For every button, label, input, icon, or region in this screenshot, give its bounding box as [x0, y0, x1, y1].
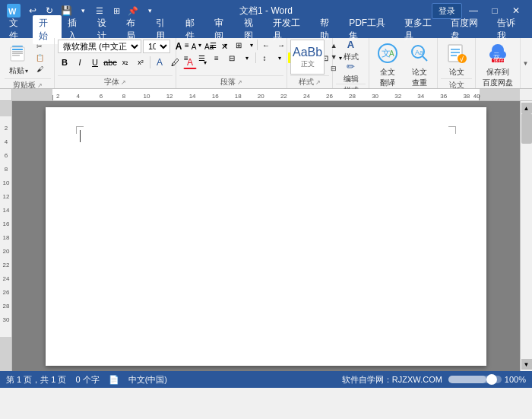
menu-bar: 文件 开始 插入 设计 布局 引用 邮件 审阅 视图 开发工具 帮助 PDF工具…: [0, 21, 532, 38]
superscript-button[interactable]: x²: [134, 56, 147, 69]
paragraph-group-label: 段落 ↗: [179, 75, 283, 88]
styles-expand-icon[interactable]: ↗: [315, 79, 321, 86]
search-label: 论文查重: [412, 67, 427, 88]
font-name-select[interactable]: 微软雅黑 (中文正文): [58, 40, 141, 53]
save-group-content: 云 保存 保存到百度网盘: [479, 40, 517, 88]
scroll-up-button[interactable]: ▲: [521, 103, 532, 113]
paste-button[interactable]: 粘贴▾: [5, 40, 32, 78]
ruler-end: [520, 89, 532, 100]
thesis-button[interactable]: √ 论文: [441, 40, 472, 78]
svg-text:2: 2: [56, 93, 60, 100]
bullets-button[interactable]: ≡: [179, 40, 195, 50]
horizontal-ruler: 2 4 6 8 10 12 14 16 18 20 22 24 26 28 30…: [12, 89, 520, 100]
decrease-indent-button[interactable]: ←: [259, 40, 273, 50]
svg-text:6: 6: [5, 152, 8, 159]
edit-button[interactable]: ✏ 编辑: [335, 62, 367, 83]
svg-text:4: 4: [5, 138, 8, 145]
clipboard-expand-icon[interactable]: ↗: [37, 82, 43, 89]
svg-rect-52: [0, 337, 12, 371]
subscript-button[interactable]: x₂: [119, 56, 132, 69]
baidu-save-label: 保存到百度网盘: [483, 67, 513, 88]
scroll-down-button[interactable]: ▼: [521, 359, 532, 370]
line-spacing-button[interactable]: ↕: [258, 52, 271, 63]
search-button[interactable]: Aa 论文查重: [404, 40, 434, 88]
svg-rect-51: [0, 101, 12, 116]
zoom-track: [448, 376, 486, 383]
styles-icon: A: [347, 39, 354, 50]
window-title: 文档1 - Word: [239, 5, 293, 17]
margin-corner-tr: [448, 126, 456, 134]
editing-group: A 样式 ✏ 编辑 样式: [333, 38, 369, 88]
thesis-group: √ 论文 论文: [438, 38, 476, 88]
styles-selector[interactable]: AaBb 正文: [290, 40, 325, 75]
svg-text:26: 26: [3, 289, 10, 296]
svg-text:24: 24: [3, 275, 10, 282]
multilevel-button[interactable]: ⊞: [231, 40, 246, 50]
strikethrough-button[interactable]: abc: [103, 56, 117, 69]
status-right: 软件自学网：RJZXW.COM 100%: [342, 374, 526, 386]
align-dropdown[interactable]: ▾: [240, 52, 254, 63]
numbering-dropdown[interactable]: ▾: [222, 40, 230, 50]
cut-button[interactable]: ✂: [33, 41, 46, 52]
clipboard-group: 粘贴▾ ✂ 📋 🖌 剪贴板 ↗: [2, 38, 55, 88]
edit-icon: ✏: [347, 61, 355, 72]
svg-text:22: 22: [280, 93, 287, 100]
paste-icon: [6, 41, 30, 65]
justify-button[interactable]: ⊟: [225, 52, 239, 63]
copy-button[interactable]: 📋: [33, 52, 46, 63]
svg-text:26: 26: [326, 93, 333, 100]
zoom-percent: 100%: [505, 375, 526, 384]
svg-text:12: 12: [3, 193, 10, 200]
svg-text:A: A: [389, 49, 394, 58]
vertical-ruler: 2 4 6 8 10 12 14 16 18 20 22 24 26 28 30: [0, 101, 12, 371]
bold-button[interactable]: B: [58, 56, 71, 69]
vertical-scrollbar[interactable]: ▲ ▼: [520, 101, 532, 371]
font-expand-icon[interactable]: ↗: [121, 79, 126, 86]
font-group-label: 字体 ↗: [58, 75, 173, 88]
paragraph-expand-icon[interactable]: ↗: [237, 79, 242, 86]
format-painter-button[interactable]: 🖌: [33, 64, 46, 75]
text-cursor[interactable]: [80, 130, 81, 142]
svg-text:20: 20: [3, 248, 10, 255]
svg-text:30: 30: [372, 93, 378, 100]
paragraph-group: ≡ ▾ ☰ ▾ ⊞ ▾ ← → ↕A ¶ ≡ ☰ ≡ ⊟: [176, 38, 287, 88]
ribbon-scroll-area: ▼: [520, 38, 530, 88]
bullets-dropdown[interactable]: ▾: [196, 40, 204, 50]
svg-rect-4: [12, 49, 23, 50]
full-translate-button[interactable]: 文 A 全文翻译: [372, 40, 402, 88]
svg-text:18: 18: [3, 234, 10, 241]
styles-normal-label: 正文: [301, 59, 315, 69]
zoom-handle[interactable]: [486, 374, 497, 385]
save-group: 云 保存 保存到百度网盘 保存: [476, 38, 520, 88]
numbering-button[interactable]: ☰: [205, 40, 220, 50]
svg-text:8: 8: [122, 93, 126, 100]
font-separator: [150, 56, 150, 68]
svg-text:√: √: [460, 56, 464, 63]
svg-text:40: 40: [473, 93, 480, 100]
scroll-thumb[interactable]: [521, 113, 532, 144]
multilevel-dropdown[interactable]: ▾: [248, 40, 255, 50]
increase-indent-button[interactable]: →: [274, 40, 288, 50]
font-size-select[interactable]: 10: [143, 40, 170, 53]
align-center-button[interactable]: ☰: [195, 52, 208, 63]
zoom-slider[interactable]: [448, 376, 502, 383]
underline-button[interactable]: U: [88, 56, 102, 69]
svg-text:保存: 保存: [493, 57, 504, 62]
baidu-save-button[interactable]: 云 保存 保存到百度网盘: [479, 40, 517, 88]
italic-button[interactable]: I: [73, 56, 87, 69]
vertical-ruler-svg: 2 4 6 8 10 12 14 16 18 20 22 24 26 28 30: [0, 101, 12, 371]
styles-group-label: 样式 ↗: [290, 75, 329, 88]
text-effect-button[interactable]: A: [153, 56, 166, 69]
align-right-button[interactable]: ≡: [210, 52, 223, 63]
full-translate-icon: 文 A: [374, 40, 401, 67]
svg-text:16: 16: [3, 221, 10, 227]
styles-button[interactable]: A 样式: [335, 40, 367, 61]
svg-text:30: 30: [3, 316, 10, 323]
align-left-button[interactable]: ≡: [179, 52, 193, 63]
thesis-label: 论文: [449, 67, 464, 78]
ribbon-scroll-down[interactable]: ▼: [520, 38, 530, 88]
document-scroll-area[interactable]: [12, 101, 520, 371]
line-spacing-dropdown[interactable]: ▾: [273, 52, 287, 63]
thesis-group-content: √ 论文: [441, 40, 472, 78]
svg-text:10: 10: [144, 93, 150, 100]
